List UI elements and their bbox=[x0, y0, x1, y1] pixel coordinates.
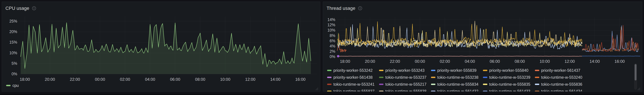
legend-item[interactable]: priority-worker-561437 bbox=[535, 68, 587, 73]
legend-item[interactable]: priority-worker-553243 bbox=[379, 68, 431, 73]
legend-series-swatch bbox=[483, 77, 487, 78]
panel-resize-handle-icon[interactable] bbox=[637, 87, 641, 91]
legend-series-swatch bbox=[379, 70, 384, 71]
legend-series-swatch bbox=[535, 91, 539, 92]
legend-series-label: tokio-runtime-w-553241 bbox=[334, 82, 374, 87]
legend-item[interactable]: tokio-runtime-w-555837 bbox=[327, 89, 379, 92]
legend-series-label: tokio-runtime-w-553238 bbox=[437, 75, 478, 80]
legend-item[interactable]: tokio-runtime-w-555835 bbox=[483, 82, 535, 86]
legend-item[interactable]: tokio-runtime-w-553240 bbox=[535, 75, 587, 79]
legend-item[interactable]: tokio-runtime-w-553238 bbox=[431, 75, 483, 79]
legend-series-label: tokio-runtime-w-561433 bbox=[489, 89, 530, 92]
legend-item[interactable]: tokio-runtime-w-555217 bbox=[379, 82, 431, 86]
y-tick-label: 2% bbox=[330, 49, 335, 54]
legend-scrollbar-track[interactable] bbox=[634, 63, 637, 90]
panel-title[interactable]: CPU usage bbox=[6, 6, 29, 11]
legend-series-swatch bbox=[379, 84, 384, 85]
legend-series-swatch bbox=[535, 84, 539, 85]
y-tick-label: 10% bbox=[328, 28, 335, 32]
legend-series-label: tokio-runtime-w-561432 bbox=[437, 89, 478, 92]
legend-series-swatch bbox=[379, 77, 384, 78]
x-tick-label: 12:00 bbox=[565, 59, 575, 64]
legend-item[interactable]: priority-worker-561438 bbox=[327, 75, 379, 79]
screen-bottom-edge bbox=[0, 94, 644, 95]
legend-series-swatch bbox=[6, 85, 10, 86]
legend-series-label: tokio-runtime-w-555836 bbox=[541, 82, 582, 87]
legend-item[interactable]: tokio-runtime-w-561432 bbox=[431, 89, 483, 92]
legend-series-swatch bbox=[327, 70, 332, 71]
legend-series-swatch bbox=[431, 77, 436, 78]
legend-series-label: priority-worker-555839 bbox=[437, 68, 476, 73]
x-tick-label: 20:00 bbox=[365, 59, 375, 64]
legend-item[interactable]: tokio-runtime-w-555834 bbox=[431, 82, 483, 86]
x-tick-label: 08:00 bbox=[195, 77, 205, 82]
panel-title[interactable]: Thread usage bbox=[326, 6, 355, 11]
legend-series-swatch bbox=[379, 91, 384, 92]
legend-series-swatch bbox=[483, 70, 487, 71]
x-tick-label: 12:00 bbox=[245, 77, 256, 82]
legend-series-label: tokio-runtime-w-555834 bbox=[437, 82, 478, 87]
legend-item[interactable]: tokio-runtime-w-555836 bbox=[535, 82, 587, 86]
x-tick-label: 08:00 bbox=[514, 59, 525, 64]
y-tick-label: 8% bbox=[330, 33, 335, 38]
legend-item[interactable]: tokio-runtime-w-555838 bbox=[379, 89, 431, 92]
info-icon[interactable] bbox=[32, 6, 36, 10]
legend-series-swatch bbox=[535, 70, 539, 71]
x-tick-label: 10:00 bbox=[220, 77, 230, 82]
legend-item[interactable]: tokio-runtime-w-561434 bbox=[535, 89, 587, 92]
legend-scrollbar-thumb[interactable] bbox=[635, 64, 636, 80]
y-tick-label: 10% bbox=[9, 51, 17, 55]
legend-series-label: tokio-runtime-w-553239 bbox=[489, 75, 530, 80]
y-tick-label: 25% bbox=[9, 19, 17, 23]
legend-item[interactable]: tokio-runtime-w-553241 bbox=[327, 82, 379, 86]
legend-series-swatch bbox=[431, 70, 436, 71]
cpu-legend: cpu bbox=[6, 84, 19, 88]
legend-series-swatch bbox=[327, 77, 332, 78]
y-tick-label: 14% bbox=[328, 17, 335, 22]
legend-item[interactable]: tokio-runtime-w-553237 bbox=[379, 75, 431, 79]
series-line-parked-thread-baseline (old era) bbox=[338, 56, 582, 56]
legend-series-label: tokio-runtime-w-555835 bbox=[489, 82, 530, 87]
y-tick-label: 0% bbox=[12, 72, 17, 76]
legend-series-swatch bbox=[483, 91, 487, 92]
legend-series-swatch bbox=[327, 91, 332, 92]
panel-cpu-usage: CPU usage 0%5%10%15%20%25%18:0020:0022:0… bbox=[2, 1, 320, 92]
legend-series-label: priority-worker-553243 bbox=[385, 68, 424, 73]
x-tick-label: 04:00 bbox=[145, 77, 155, 82]
x-tick-label: 06:00 bbox=[490, 59, 500, 64]
legend-series-label: priority-worker-561437 bbox=[541, 68, 580, 73]
legend-item[interactable]: priority-worker-555839 bbox=[431, 68, 483, 73]
x-tick-label: 16:00 bbox=[614, 59, 625, 64]
x-tick-label: 14:00 bbox=[590, 59, 600, 64]
x-tick-label: 22:00 bbox=[70, 77, 80, 82]
legend-item[interactable]: priority-worker-553242 bbox=[327, 68, 379, 73]
info-icon[interactable] bbox=[358, 6, 362, 10]
legend-item[interactable]: tokio-runtime-w-553239 bbox=[483, 75, 535, 79]
x-tick-label: 16:00 bbox=[295, 77, 306, 82]
legend-series-label: tokio-runtime-w-555217 bbox=[385, 82, 426, 87]
x-tick-label: 10:00 bbox=[540, 59, 550, 64]
panel-header: Thread usage bbox=[326, 4, 362, 12]
panel-resize-handle-icon[interactable] bbox=[315, 87, 319, 91]
x-tick-label: 00:00 bbox=[415, 59, 425, 64]
legend-item[interactable]: cpu bbox=[6, 84, 19, 88]
legend-series-label: tokio-runtime-w-555838 bbox=[385, 89, 426, 92]
legend-item[interactable]: tokio-runtime-w-561433 bbox=[483, 89, 535, 92]
series-line-worker-band rust (priority-worker-561437 / tokio-runtime-w-553241 et al) bbox=[582, 25, 638, 52]
x-tick-label: 04:00 bbox=[465, 59, 475, 64]
legend-item[interactable]: priority-worker-555840 bbox=[483, 68, 535, 73]
cpu-chart-plot-area[interactable]: 0%5%10%15%20%25%18:0020:0022:0000:0002:0… bbox=[2, 2, 320, 92]
x-tick-label: 06:00 bbox=[170, 77, 180, 82]
series-start-marker-dot bbox=[337, 55, 339, 57]
y-tick-label: 6% bbox=[330, 39, 335, 43]
legend-series-label: tokio-runtime-w-553240 bbox=[541, 75, 582, 80]
legend-series-swatch bbox=[327, 84, 332, 85]
legend-series-swatch bbox=[431, 84, 436, 85]
legend-series-label: priority-worker-553242 bbox=[334, 68, 372, 73]
legend-series-swatch bbox=[483, 84, 487, 85]
legend-series-label: priority-worker-561438 bbox=[334, 75, 372, 80]
threads-legend: priority-worker-553242priority-worker-55… bbox=[327, 68, 632, 92]
y-tick-label: 15% bbox=[9, 40, 17, 44]
x-tick-label: 18:00 bbox=[20, 77, 30, 82]
legend-series-swatch bbox=[535, 77, 539, 78]
